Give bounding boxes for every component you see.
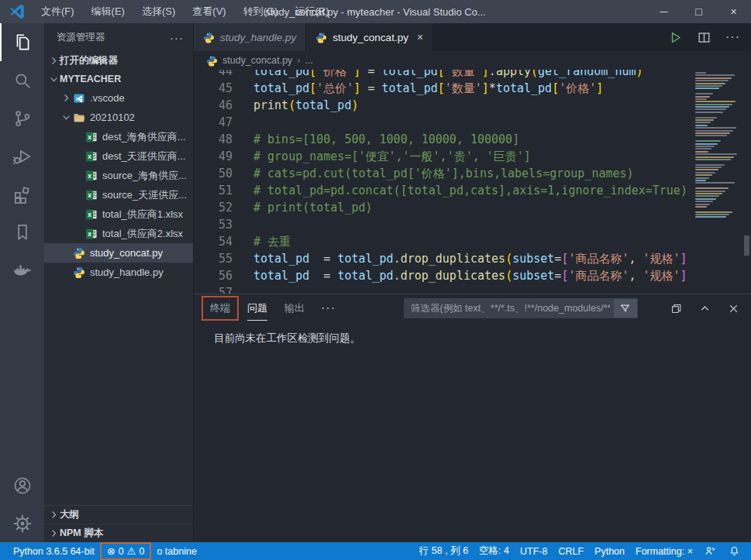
line-number[interactable]: 47 [194,114,233,131]
menu-item-0[interactable]: 文件(F) [33,0,83,23]
status-bar: Python 3.6.5 64-bit ⊗ 0 ⚠ 0 o tabnine 行 … [0,542,751,560]
status-item-5[interactable]: Formatting: × [630,542,698,560]
tree-item-total_-2.xlsx[interactable]: xtotal_供应商2.xlsx [44,224,193,243]
menu-item-2[interactable]: 选择(S) [133,0,184,23]
activity-search[interactable] [0,61,44,99]
source-control-icon [12,108,33,129]
line-number[interactable]: 49 [194,148,233,165]
tree-section-MYTEACHER[interactable]: MYTEACHER [44,70,193,88]
code-line-48[interactable]: 48# bins=[100, 500, 1000, 10000, 100000] [194,131,689,148]
folder-icon [72,111,85,124]
python-interpreter-status[interactable]: Python 3.6.5 64-bit [8,542,100,560]
code-line-47[interactable]: 47 [194,114,689,131]
bell-icon[interactable] [722,542,743,560]
line-number[interactable]: 56 [194,267,233,284]
tree-item-total_-1.xlsx[interactable]: xtotal_供应商1.xlsx [44,204,193,224]
line-number[interactable]: 55 [194,250,233,267]
line-number[interactable]: 51 [194,182,233,199]
feedback-icon[interactable] [698,542,722,560]
status-item-3[interactable]: CRLF [553,542,589,560]
close-tab-icon[interactable]: × [417,31,423,43]
status-item-4[interactable]: Python [589,542,630,560]
breadcrumb-file[interactable]: study_concat.py [222,55,292,66]
editor-scrollbar[interactable] [742,70,751,294]
code-line-53[interactable]: 53 [194,216,689,233]
line-number[interactable]: 45 [194,80,233,97]
split-editor-icon[interactable] [697,30,711,45]
tree-item-dest_-...[interactable]: xdest_天涯供应商... [44,146,193,166]
chevron-up-icon[interactable] [698,302,711,315]
problems-status[interactable]: ⊗ 0 ⚠ 0 [100,542,151,560]
minimize-button[interactable]: ─ [646,0,681,23]
tree-section--[interactable]: 打开的编辑器 [44,51,193,70]
activity-bookmarks[interactable] [0,213,44,251]
line-number[interactable]: 54 [194,233,233,250]
activity-settings[interactable] [0,504,44,542]
breadcrumb-rest[interactable]: ... [305,55,313,66]
code-line-44[interactable]: 44total_pd['价格'] = total_pd['数量'].apply(… [194,70,689,80]
activity-source-control[interactable] [0,99,44,137]
problems-filter-input[interactable] [404,298,638,318]
code-line-57[interactable]: 57 [194,284,689,294]
filter-icon[interactable] [614,299,637,318]
activity-run-debug[interactable] [0,137,44,175]
activity-extensions[interactable] [0,175,44,213]
panel-tab-终端[interactable]: 终端 [203,297,237,319]
activity-explorer[interactable] [0,23,44,61]
line-number[interactable]: 50 [194,165,233,182]
chevron-right-icon [47,54,60,67]
code-line-52[interactable]: 52# print(total_pd) [194,199,689,216]
menu-item-1[interactable]: 编辑(E) [83,0,133,23]
panel-tab-输出[interactable]: 输出 [277,297,312,319]
line-number[interactable]: 57 [194,284,233,294]
line-number[interactable]: 48 [194,131,233,148]
code-line-56[interactable]: 56total_pd = total_pd.drop_duplicates(su… [194,267,689,284]
panel-tab-问题[interactable]: 问题 [240,297,274,319]
code-line-54[interactable]: 54# 去重 [194,233,689,250]
close-panel-icon[interactable] [727,302,740,315]
close-button[interactable]: × [716,0,751,23]
tabnine-status[interactable]: o tabnine [151,542,202,560]
line-number[interactable]: 46 [194,97,233,114]
line-number[interactable]: 53 [194,216,233,233]
scrollbar-thumb[interactable] [744,235,749,256]
tree-item-study_handle.py[interactable]: study_handle.py [44,263,193,282]
status-item-2[interactable]: UTF-8 [515,542,553,560]
status-item-1[interactable]: 空格: 4 [474,542,515,560]
minimap[interactable] [695,70,740,219]
activity-account[interactable] [0,466,44,504]
code-line-49[interactable]: 49# group_names=['便宜','一般','贵', '巨贵'] [194,148,689,165]
activity-docker[interactable] [0,251,44,289]
line-number[interactable]: 44 [194,70,233,80]
tree-section-NPM-[interactable]: NPM 脚本 [44,524,193,542]
code-line-51[interactable]: 51# total_pd=pd.concat([total_pd,cats],a… [194,182,689,199]
copy-icon[interactable] [670,302,683,315]
panel-more-actions[interactable]: ··· [321,301,336,315]
tab-study_handle.py[interactable]: study_handle.py [194,23,306,51]
code-line-46[interactable]: 46print(total_pd) [194,97,689,114]
tree-item-dest_-...[interactable]: xdest_海角供应商... [44,127,193,146]
code-line-55[interactable]: 55total_pd = total_pd.drop_duplicates(su… [194,250,689,267]
window-title: study_concat.py - myteacher - Visual Stu… [265,6,485,18]
line-content: total_pd = total_pd.drop_duplicates(subs… [233,267,687,284]
tree-item-20210102[interactable]: 20210102 [44,108,193,127]
menu-item-3[interactable]: 查看(V) [184,0,234,23]
status-item-0[interactable]: 行 58 , 列 6 [414,542,474,560]
editor-more-actions[interactable]: ··· [725,30,740,44]
line-number[interactable]: 52 [194,199,233,216]
chevron-placeholder [72,150,84,163]
maximize-button[interactable]: □ [681,0,716,23]
code-editor[interactable]: 44total_pd['价格'] = total_pd['数量'].apply(… [194,70,751,294]
tree-item-study_concat.py[interactable]: study_concat.py [44,243,193,263]
tree-item-source_-...[interactable]: xsource_海角供应... [44,166,193,185]
tree-section--[interactable]: 大纲 [44,505,193,524]
code-line-45[interactable]: 45total_pd['总价'] = total_pd['数量']*total_… [194,80,689,97]
code-line-50[interactable]: 50# cats=pd.cut(total_pd['价格'],bins,labe… [194,165,689,182]
run-python-file-button[interactable] [668,30,683,45]
tab-study_concat.py[interactable]: study_concat.py× [306,23,433,51]
vscode-window: 文件(F)编辑(E)选择(S)查看(V)转到(G)运行(R) ··· study… [0,0,751,560]
breadcrumb[interactable]: study_concat.py › ... [194,51,751,70]
tree-item-.vscode[interactable]: .vscode [44,88,193,108]
tree-item-source_-...[interactable]: xsource_天涯供应... [44,185,193,204]
explorer-more-actions[interactable]: ··· [170,31,184,44]
